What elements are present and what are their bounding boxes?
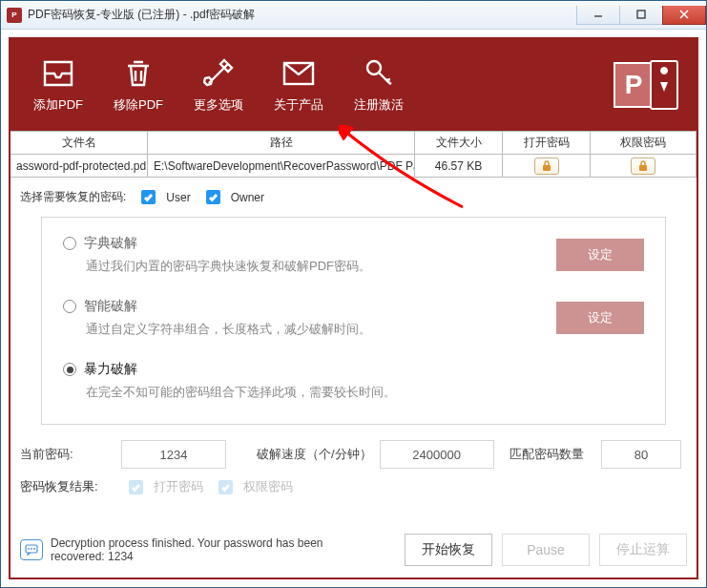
cell-filename: assword-pdf-protected.pd: [10, 155, 148, 178]
toolbar-remove-pdf[interactable]: 移除PDF: [98, 56, 178, 114]
cell-perm-pwd: [591, 155, 697, 178]
cell-open-pwd: [503, 155, 591, 178]
result-open-label: 打开密码: [154, 478, 203, 495]
toolbar-label: 关于产品: [259, 96, 339, 114]
results-row: 密码恢复结果: 打开密码 权限密码: [10, 474, 697, 495]
radio-smart[interactable]: [63, 300, 76, 313]
checkbox-owner-label: Owner: [231, 191, 264, 204]
main-panel: 添加PDF 移除PDF 更多选项: [9, 37, 698, 579]
svg-text:P: P: [625, 70, 643, 99]
table-row[interactable]: assword-pdf-protected.pd E:\SoftwareDeve…: [10, 155, 697, 178]
matched-value[interactable]: 80: [601, 440, 681, 469]
tools-icon: [178, 56, 259, 91]
lock-icon: [534, 158, 559, 175]
application-window: P PDF密码恢复-专业版 (已注册) - .pdf密码破解: [0, 0, 707, 588]
toolbar-register[interactable]: 注册激活: [339, 56, 419, 114]
footer: Decryption process finished. Your passwo…: [10, 524, 697, 578]
checkbox-result-perm: [218, 480, 233, 494]
radio-dictionary[interactable]: [63, 237, 76, 250]
lock-icon: [631, 158, 655, 175]
toolbar-more-options[interactable]: 更多选项: [178, 56, 259, 114]
checkbox-result-open: [129, 480, 143, 494]
maximize-button[interactable]: [619, 6, 663, 25]
svg-rect-1: [637, 10, 645, 18]
app-icon: P: [7, 8, 22, 23]
col-filesize: 文件大小: [415, 132, 503, 155]
svg-point-5: [367, 61, 381, 74]
window-controls: [577, 6, 706, 25]
select-password-label: 选择需要恢复的密码:: [20, 189, 126, 205]
titlebar: P PDF密码恢复-专业版 (已注册) - .pdf密码破解: [1, 1, 706, 30]
toolbar: 添加PDF 移除PDF 更多选项: [10, 39, 697, 131]
toolbar-label: 注册激活: [339, 96, 419, 114]
method-desc: 通过我们内置的密码字典快速恢复和破解PDF密码。: [86, 258, 549, 275]
checkbox-user-label: User: [166, 191, 190, 204]
current-password-value[interactable]: 1234: [121, 440, 226, 469]
method-title: 智能破解: [84, 298, 137, 315]
start-button[interactable]: 开始恢复: [405, 534, 492, 566]
result-perm-label: 权限密码: [243, 478, 293, 495]
speed-value[interactable]: 2400000: [380, 440, 494, 469]
method-desc: 在完全不知可能的密码组合下选择此项，需要较长时间。: [86, 384, 644, 401]
inbox-icon: [18, 56, 98, 91]
table-header-row: 文件名 路径 文件大小 打开密码 权限密码: [10, 132, 697, 155]
stats-row: 当前密码: 1234 破解速度（个/分钟） 2400000 匹配密码数量 80: [10, 425, 697, 474]
checkbox-owner[interactable]: [206, 190, 220, 204]
col-permission-password: 权限密码: [591, 132, 697, 155]
cell-path: E:\SoftwareDevelopment\RecoverPassword\P…: [148, 155, 415, 178]
method-title: 字典破解: [84, 235, 137, 252]
settings-button-smart[interactable]: 设定: [556, 302, 644, 334]
crack-methods-panel: 字典破解 通过我们内置的密码字典快速恢复和破解PDF密码。 设定 智能破解 通过…: [41, 217, 666, 425]
speed-label: 破解速度（个/分钟）: [257, 446, 372, 463]
matched-label: 匹配密码数量: [509, 446, 584, 463]
checkbox-user[interactable]: [141, 190, 156, 204]
svg-rect-10: [639, 165, 647, 171]
status-text: Decryption process finished. Your passwo…: [51, 536, 365, 563]
client-area: 添加PDF 移除PDF 更多选项: [1, 30, 706, 587]
method-smart[interactable]: 智能破解 通过自定义字符串组合，长度格式，减少破解时间。 设定: [63, 298, 644, 338]
window-title: PDF密码恢复-专业版 (已注册) - .pdf密码破解: [28, 7, 577, 23]
method-title: 暴力破解: [84, 361, 137, 378]
svg-point-13: [31, 548, 32, 550]
svg-point-14: [33, 548, 35, 550]
product-logo-icon: P: [613, 57, 679, 113]
minimize-button[interactable]: [576, 6, 620, 25]
toolbar-about[interactable]: 关于产品: [259, 56, 339, 114]
method-desc: 通过自定义字符串组合，长度格式，减少破解时间。: [86, 321, 549, 338]
col-open-password: 打开密码: [503, 132, 591, 155]
toolbar-label: 更多选项: [178, 96, 259, 114]
svg-rect-9: [543, 165, 551, 171]
current-password-label: 当前密码:: [20, 446, 114, 463]
method-dictionary[interactable]: 字典破解 通过我们内置的密码字典快速恢复和破解PDF密码。 设定: [63, 235, 644, 275]
stop-button[interactable]: 停止运算: [599, 534, 687, 566]
col-path: 路径: [148, 132, 415, 155]
close-button[interactable]: [662, 6, 706, 25]
col-filename: 文件名: [10, 132, 148, 155]
toolbar-add-pdf[interactable]: 添加PDF: [18, 56, 98, 114]
toolbar-label: 添加PDF: [18, 96, 98, 114]
method-bruteforce[interactable]: 暴力破解 在完全不知可能的密码组合下选择此项，需要较长时间。: [63, 361, 644, 401]
svg-point-12: [28, 548, 30, 550]
envelope-icon: [259, 56, 339, 91]
settings-button-dictionary[interactable]: 设定: [556, 239, 644, 271]
trash-icon: [98, 56, 178, 91]
radio-bruteforce[interactable]: [63, 363, 76, 376]
status-message: Decryption process finished. Your passwo…: [20, 536, 395, 563]
pause-button[interactable]: Pause: [502, 534, 590, 566]
file-table: 文件名 路径 文件大小 打开密码 权限密码 assword-pdf-protec…: [10, 131, 697, 178]
toolbar-label: 移除PDF: [98, 96, 178, 114]
cell-size: 46.57 KB: [415, 155, 503, 178]
password-type-selector: 选择需要恢复的密码: User Owner: [10, 178, 697, 211]
key-icon: [339, 56, 419, 91]
results-label: 密码恢复结果:: [20, 478, 114, 495]
speech-bubble-icon: [20, 539, 43, 560]
